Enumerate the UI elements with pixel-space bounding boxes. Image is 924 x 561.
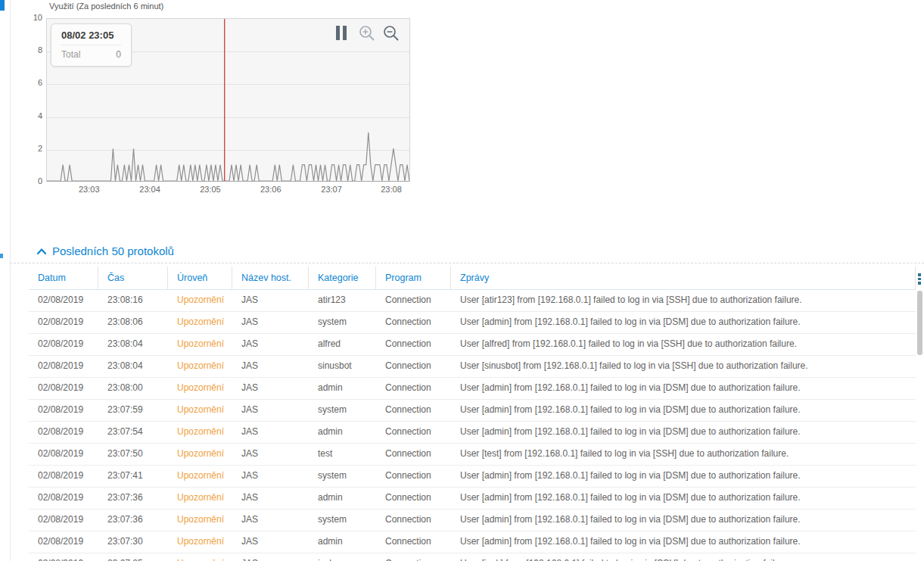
table-cell: User [admin] from [192.168.0.1] failed t…: [451, 466, 916, 487]
table-cell: atir123: [309, 290, 376, 311]
tooltip-value: 0: [116, 49, 121, 60]
table-cell: Upozornění: [168, 466, 232, 487]
table-cell: Upozornění: [168, 400, 232, 421]
table-cell: Upozornění: [168, 356, 232, 377]
table-row[interactable]: 02/08/201923:07:36UpozorněníJASadminConn…: [29, 488, 916, 510]
table-cell: Upozornění: [168, 422, 232, 443]
table-cell: Upozornění: [168, 312, 232, 333]
panel-divider: [10, 0, 11, 561]
table-cell: User [alfred] from [192.168.0.1] failed …: [451, 334, 916, 355]
table-cell: Upozornění: [168, 444, 232, 465]
table-cell: 02/08/2019: [29, 444, 98, 465]
table-cell: 23:07:41: [98, 466, 168, 487]
table-cell: JAS: [232, 553, 309, 561]
tooltip-series-label: Total: [61, 49, 80, 60]
table-cell: Upozornění: [168, 334, 232, 355]
table-cell: 02/08/2019: [29, 400, 98, 421]
table-cell: 23:08:00: [98, 378, 168, 399]
y-tick-label: 0: [15, 176, 42, 185]
log-table: DatumČasÚroveňNázev host.KategorieProgra…: [29, 266, 916, 561]
table-row[interactable]: 02/08/201923:08:06UpozorněníJASsystemCon…: [29, 312, 916, 334]
y-tick-label: 8: [15, 45, 42, 55]
column-header-n-zev-host-[interactable]: Název host.: [232, 266, 309, 289]
vertical-scrollbar-thumb[interactable]: [917, 291, 922, 355]
table-cell: 23:07:30: [98, 531, 168, 553]
table-cell: 23:07:25: [98, 553, 168, 561]
table-cell: Upozornění: [168, 290, 232, 311]
column-header-datum[interactable]: Datum: [29, 266, 98, 289]
table-cell: 02/08/2019: [29, 334, 98, 355]
table-cell: User [admin] from [192.168.0.1] failed t…: [451, 400, 916, 421]
chart-title: Využití (Za posledních 6 minut): [49, 2, 163, 11]
table-cell: User [test] from [192.168.0.1] failed to…: [451, 444, 916, 465]
table-cell: JAS: [232, 312, 309, 333]
window-fragment: [0, 0, 5, 11]
table-row[interactable]: 02/08/201923:07:59UpozorněníJASsystemCon…: [29, 400, 916, 422]
table-cell: admin: [309, 531, 376, 553]
table-row[interactable]: 02/08/201923:08:16UpozorněníJASatir123Co…: [29, 290, 916, 312]
table-cell: 02/08/2019: [29, 510, 98, 531]
y-tick-label: 4: [15, 111, 42, 120]
table-cell: User [admin] from [192.168.0.1] failed t…: [451, 378, 916, 399]
table-cell: 23:07:50: [98, 444, 168, 465]
y-tick-label: 2: [15, 144, 42, 153]
chart-tooltip: 08/02 23:05 Total 0: [51, 23, 132, 67]
table-cell: JAS: [232, 422, 309, 443]
table-row[interactable]: 02/08/201923:08:04UpozorněníJASalfredCon…: [29, 334, 916, 356]
column-header-kategorie[interactable]: Kategorie: [309, 266, 376, 289]
column-settings-icon[interactable]: [918, 273, 921, 286]
table-cell: 02/08/2019: [29, 553, 98, 561]
table-cell: Connection: [376, 356, 451, 377]
table-cell: Connection: [376, 553, 451, 561]
table-cell: 23:07:59: [98, 400, 168, 421]
column-header--as[interactable]: Čas: [98, 266, 168, 289]
table-row[interactable]: 02/08/201923:08:04UpozorněníJASsinusbotC…: [29, 356, 916, 378]
table-cell: Connection: [376, 400, 451, 421]
table-cell: JAS: [232, 334, 309, 355]
table-cell: 02/08/2019: [29, 378, 98, 399]
chevron-up-icon: [36, 248, 47, 255]
table-cell: User [admin] from [192.168.0.1] failed t…: [451, 422, 916, 443]
table-row[interactable]: 02/08/201923:08:00UpozorněníJASadminConn…: [29, 378, 916, 400]
section-collapse-header[interactable]: Posledních 50 protokolů: [36, 245, 174, 257]
x-tick-label: 23:06: [248, 185, 294, 194]
x-tick-label: 23:08: [369, 185, 414, 194]
x-tick-label: 23:05: [188, 185, 233, 194]
zoom-out-icon[interactable]: [383, 25, 400, 42]
column-header--rove-[interactable]: Úroveň: [168, 266, 232, 289]
table-cell: 23:08:16: [98, 290, 168, 311]
table-row[interactable]: 02/08/201923:07:25UpozorněníJASjackConne…: [29, 553, 916, 561]
table-cell: Connection: [376, 510, 451, 531]
table-cell: JAS: [232, 510, 309, 531]
table-cell: 02/08/2019: [29, 488, 98, 509]
table-cell: jack: [309, 553, 376, 561]
table-cell: system: [309, 312, 376, 333]
column-header-program[interactable]: Program: [376, 266, 451, 289]
window-fragment: [0, 254, 3, 258]
table-row[interactable]: 02/08/201923:07:36UpozorněníJASsystemCon…: [29, 510, 916, 531]
table-cell: Upozornění: [168, 378, 232, 399]
table-cell: alfred: [309, 334, 376, 355]
column-header-zpr-vy[interactable]: Zprávy: [451, 266, 916, 289]
table-cell: 02/08/2019: [29, 312, 98, 333]
table-cell: Upozornění: [168, 488, 232, 509]
table-cell: Connection: [376, 444, 451, 465]
table-cell: JAS: [232, 444, 309, 465]
table-cell: User [admin] from [192.168.0.1] failed t…: [451, 510, 916, 531]
pause-icon[interactable]: [336, 26, 350, 40]
tooltip-time: 08/02 23:05: [61, 30, 121, 45]
table-cell: 23:07:54: [98, 422, 168, 443]
x-tick-label: 23:03: [67, 185, 112, 194]
table-cell: test: [309, 444, 376, 465]
table-cell: Connection: [376, 466, 451, 487]
table-row[interactable]: 02/08/201923:07:30UpozorněníJASadminConn…: [29, 531, 916, 553]
table-cell: 23:08:04: [98, 356, 168, 377]
table-row[interactable]: 02/08/201923:07:50UpozorněníJAStestConne…: [29, 444, 916, 466]
table-cell: Upozornění: [168, 531, 232, 553]
table-cell: system: [309, 466, 376, 487]
zoom-in-icon[interactable]: [359, 25, 376, 42]
table-row[interactable]: 02/08/201923:07:54UpozorněníJASadminConn…: [29, 422, 916, 444]
table-cell: system: [309, 400, 376, 421]
table-cell: User [admin] from [192.168.0.1] failed t…: [451, 488, 916, 509]
table-row[interactable]: 02/08/201923:07:41UpozorněníJASsystemCon…: [29, 466, 916, 488]
